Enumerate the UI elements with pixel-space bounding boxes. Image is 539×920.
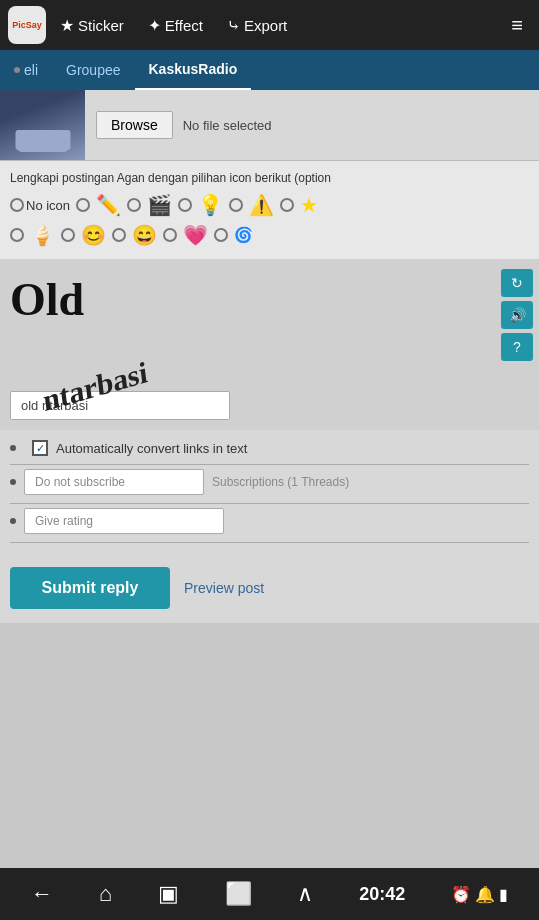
radio-pencil[interactable] bbox=[76, 198, 90, 212]
row-dot-3 bbox=[10, 518, 16, 524]
menu-button[interactable]: ≡ bbox=[503, 10, 531, 41]
icon-row-1: No icon ✏️ 🎬 💡 ⚠️ ★ bbox=[10, 193, 529, 217]
icecream-emoji: 🍦 bbox=[30, 223, 55, 247]
auto-convert-checkbox[interactable]: ✓ bbox=[32, 440, 48, 456]
effect-icon: ✦ bbox=[148, 16, 161, 35]
radio-extra[interactable] bbox=[214, 228, 228, 242]
row-dot-2 bbox=[10, 479, 16, 485]
thumbnail-container bbox=[0, 90, 85, 160]
heart-emoji: 💗 bbox=[183, 223, 208, 247]
separator-1 bbox=[10, 464, 529, 465]
home-button[interactable]: ⌂ bbox=[99, 881, 112, 907]
sticker-label: Sticker bbox=[78, 17, 124, 34]
status-icons: ⏰ 🔔 ▮ bbox=[451, 885, 508, 904]
submit-reply-button[interactable]: Submit reply bbox=[10, 567, 170, 609]
effect-button[interactable]: ✦ Effect bbox=[138, 12, 213, 39]
tab-bar: eli Groupee KaskusRadio bbox=[0, 50, 539, 90]
extra-emoji: 🌀 bbox=[234, 226, 253, 244]
top-toolbar: PicSay ★ Sticker ✦ Effect ⤷ Export ≡ bbox=[0, 0, 539, 50]
file-label: No file selected bbox=[183, 118, 272, 133]
effect-label: Effect bbox=[165, 17, 203, 34]
smile-emoji: 😊 bbox=[81, 223, 106, 247]
subscribe-dropdown[interactable]: Do not subscribe bbox=[24, 469, 204, 495]
tab-dot bbox=[14, 67, 20, 73]
tab-kaskusradio-label: KaskusRadio bbox=[149, 61, 238, 77]
alarm-icon: ⏰ bbox=[451, 885, 471, 904]
export-label: Export bbox=[244, 17, 287, 34]
preview-text-container: Old ntarbasi bbox=[10, 269, 529, 377]
auto-convert-label: Automatically convert links in text bbox=[56, 441, 247, 456]
preview-text-old: Old bbox=[10, 277, 529, 323]
tab-kaskusradio[interactable]: KaskusRadio bbox=[135, 50, 252, 90]
radio-bulb[interactable] bbox=[178, 198, 192, 212]
tab-eli-label: eli bbox=[24, 62, 38, 78]
warning-emoji: ⚠️ bbox=[249, 193, 274, 217]
upload-section: Browse No file selected bbox=[0, 90, 539, 160]
star-emoji: ★ bbox=[300, 193, 318, 217]
radio-no-icon[interactable] bbox=[10, 198, 24, 212]
sound-button[interactable]: 🔊 bbox=[501, 301, 533, 329]
movie-emoji: 🎬 bbox=[147, 193, 172, 217]
auto-convert-row: ✓ Automatically convert links in text bbox=[10, 440, 529, 456]
sticker-button[interactable]: ★ Sticker bbox=[50, 12, 134, 39]
info-button[interactable]: ? bbox=[501, 333, 533, 361]
icon-row-2: 🍦 😊 😄 💗 🌀 bbox=[10, 223, 529, 247]
battery-icon: ▮ bbox=[499, 885, 508, 904]
thumbnail-overlay bbox=[15, 130, 70, 150]
rating-row: Give rating bbox=[10, 508, 529, 534]
screenshot-button[interactable]: ⬜ bbox=[225, 881, 252, 907]
export-icon: ⤷ bbox=[227, 16, 240, 35]
options-section: ✓ Automatically convert links in text Do… bbox=[0, 430, 539, 557]
no-icon-option[interactable]: No icon bbox=[10, 198, 70, 213]
separator-2 bbox=[10, 503, 529, 504]
browse-button[interactable]: Browse bbox=[96, 111, 173, 139]
picsay-logo: PicSay bbox=[8, 6, 46, 44]
back-button[interactable]: ← bbox=[31, 881, 53, 907]
radio-movie[interactable] bbox=[127, 198, 141, 212]
tab-eli[interactable]: eli bbox=[0, 50, 52, 90]
icon-section-description: Lengkapi postingan Agan dengan pilihan i… bbox=[10, 171, 529, 185]
recent-apps-button[interactable]: ▣ bbox=[158, 881, 179, 907]
no-icon-label: No icon bbox=[26, 198, 70, 213]
volume-icon: 🔔 bbox=[475, 885, 495, 904]
laugh-emoji: 😄 bbox=[132, 223, 157, 247]
submit-section: Submit reply Preview post bbox=[0, 557, 539, 623]
up-arrow-button[interactable]: ∧ bbox=[297, 881, 313, 907]
bottom-nav: ← ⌂ ▣ ⬜ ∧ 20:42 ⏰ 🔔 ▮ bbox=[0, 868, 539, 920]
radio-smile[interactable] bbox=[61, 228, 75, 242]
subscribe-row: Do not subscribe Subscriptions (1 Thread… bbox=[10, 469, 529, 495]
bulb-emoji: 💡 bbox=[198, 193, 223, 217]
preview-controls: ↻ 🔊 ? bbox=[501, 269, 533, 361]
subscriptions-label: Subscriptions (1 Threads) bbox=[212, 475, 349, 489]
pencil-emoji: ✏️ bbox=[96, 193, 121, 217]
clock-display: 20:42 bbox=[359, 884, 405, 905]
rating-dropdown[interactable]: Give rating bbox=[24, 508, 224, 534]
preview-post-link[interactable]: Preview post bbox=[184, 580, 264, 596]
export-button[interactable]: ⤷ Export bbox=[217, 12, 297, 39]
icon-selector-section: Lengkapi postingan Agan dengan pilihan i… bbox=[0, 160, 539, 259]
radio-star[interactable] bbox=[280, 198, 294, 212]
radio-icecream[interactable] bbox=[10, 228, 24, 242]
refresh-button[interactable]: ↻ bbox=[501, 269, 533, 297]
tab-groupee-label: Groupee bbox=[66, 62, 120, 78]
thumbnail-image bbox=[0, 90, 85, 160]
radio-heart[interactable] bbox=[163, 228, 177, 242]
main-content: Browse No file selected Lengkapi posting… bbox=[0, 90, 539, 623]
separator-3 bbox=[10, 542, 529, 543]
radio-laugh[interactable] bbox=[112, 228, 126, 242]
preview-section: Old ntarbasi ↻ 🔊 ? bbox=[0, 259, 539, 387]
radio-warning[interactable] bbox=[229, 198, 243, 212]
tab-groupee[interactable]: Groupee bbox=[52, 50, 134, 90]
row-dot-1 bbox=[10, 445, 16, 451]
star-icon: ★ bbox=[60, 16, 74, 35]
